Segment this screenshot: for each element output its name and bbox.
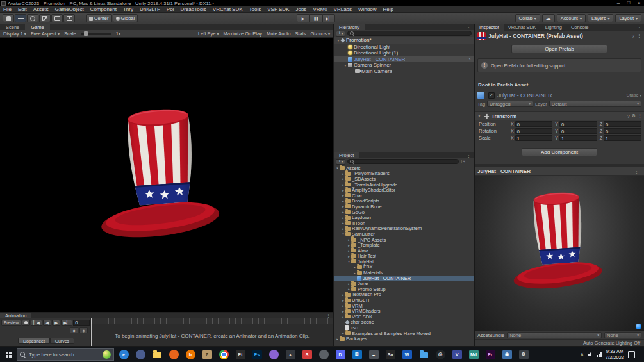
gizmos-dropdown[interactable]: Gizmos — [311, 31, 330, 37]
word-icon[interactable]: W — [399, 347, 415, 361]
foldout-icon[interactable]: ▸ — [352, 265, 357, 269]
rotate-tool-button[interactable] — [27, 14, 38, 22]
obs-icon[interactable]: ◎ — [433, 347, 448, 361]
menu-vrlabs[interactable]: VRLabs — [331, 6, 355, 12]
foldout-icon[interactable]: ▸ — [341, 199, 345, 203]
taskbar-search[interactable] — [17, 348, 114, 361]
account-dropdown[interactable]: Account — [557, 14, 586, 22]
substance-sampler-icon[interactable]: Sa — [383, 347, 398, 361]
menu-unigltf[interactable]: UniGLTF — [136, 6, 163, 12]
add-component-button[interactable]: Add Component — [522, 148, 597, 156]
project-item[interactable]: ▸DynamicBone — [334, 204, 474, 210]
display-dropdown[interactable]: Display 1 — [3, 31, 26, 37]
project-item[interactable]: ▸Examples and Samples Have Moved — [334, 331, 474, 336]
action-center-icon[interactable] — [628, 351, 635, 358]
project-item[interactable]: ▸_Template — [334, 242, 474, 248]
game-viewport[interactable] — [0, 38, 333, 312]
project-item[interactable]: ▸DreadScripts — [334, 199, 474, 204]
ms-store-icon[interactable]: ⊞ — [349, 347, 365, 361]
curves-button[interactable]: Curves — [50, 338, 74, 344]
menu-jobs[interactable]: Jobs — [292, 6, 310, 12]
record-button[interactable] — [22, 320, 30, 326]
project-item[interactable]: ▾Assets — [334, 165, 474, 171]
project-item[interactable]: ▾JulyHat — [334, 259, 474, 265]
premiere-icon[interactable]: Pr — [483, 347, 498, 361]
foldout-icon[interactable]: ▸ — [341, 172, 345, 176]
foldout-icon[interactable]: ▸ — [347, 287, 351, 291]
project-item[interactable]: ▸June — [334, 281, 474, 286]
foldout-icon[interactable]: ▸ — [341, 299, 345, 302]
create-object-button[interactable]: + — [336, 31, 345, 37]
project-item[interactable]: csc — [334, 325, 474, 331]
foldout-icon[interactable]: ▸ — [347, 282, 351, 286]
edge-icon[interactable]: e — [116, 347, 131, 361]
foldout-icon[interactable]: ▸ — [341, 315, 345, 318]
foldout-icon[interactable]: ▾ — [341, 232, 345, 236]
assetbundle-variant-dropdown[interactable]: None — [604, 332, 641, 338]
project-item[interactable]: ▸_SDAssets — [334, 176, 474, 182]
layout-dropdown[interactable]: Layout — [615, 14, 641, 22]
menu-dreadtools[interactable]: DreadTools — [177, 6, 209, 12]
rotation-y-field[interactable]: 0 — [559, 128, 597, 134]
start-button[interactable] — [0, 347, 17, 362]
scale-z-field[interactable]: 1 — [604, 135, 641, 141]
foldout-icon[interactable]: ▸ — [341, 309, 345, 313]
foldout-icon[interactable]: ▸ — [341, 304, 345, 308]
firefox-icon[interactable] — [166, 347, 181, 361]
project-item[interactable]: ▸Alma — [334, 248, 474, 254]
people-app-icon[interactable] — [133, 347, 148, 361]
discord-icon[interactable]: D — [333, 347, 348, 361]
marvelous-designer-icon[interactable]: Md — [466, 347, 481, 361]
hierarchy-item[interactable]: JulyHat - CONTAINER› — [334, 56, 474, 63]
foldout-icon[interactable]: ▸ — [347, 243, 351, 247]
panel-menu-icon[interactable]: ⋮ — [466, 152, 474, 158]
transform-tool-button[interactable] — [63, 14, 75, 22]
tab-game[interactable]: Game — [25, 24, 49, 30]
project-item[interactable]: ▾SamDutter — [334, 231, 474, 237]
static-dropdown[interactable]: Static — [626, 92, 641, 98]
tab-vrchat-sdk[interactable]: VRChat SDK — [504, 24, 541, 31]
hierarchy-item[interactable]: Directional Light (1) — [334, 50, 474, 56]
hand-tool-button[interactable] — [3, 14, 14, 22]
scale-slider-knob[interactable] — [84, 31, 88, 36]
rotation-x-field[interactable]: 0 — [515, 128, 553, 134]
chrome-icon[interactable] — [216, 347, 231, 361]
foldout-icon[interactable]: ▸ — [347, 249, 351, 252]
foldout-icon[interactable]: ▸ — [341, 193, 345, 197]
rotation-z-field[interactable]: 0 — [604, 128, 641, 134]
tab-console[interactable]: Console — [566, 24, 593, 31]
project-item[interactable]: ▸lilToon — [334, 220, 474, 226]
menu-window[interactable]: Window — [355, 6, 379, 12]
timeline-ruler[interactable] — [91, 318, 333, 324]
menu-assets[interactable]: Assets — [30, 6, 52, 12]
blender-icon[interactable]: b — [183, 347, 198, 361]
project-item[interactable]: ▸AmplifyShaderEditor — [334, 187, 474, 193]
tab-inspector[interactable]: Inspector — [475, 24, 504, 31]
substance-painter-icon[interactable]: Pt — [233, 347, 248, 361]
zbrush-icon[interactable]: Z — [199, 347, 215, 361]
project-searchbox[interactable] — [347, 159, 459, 164]
transform-component-header[interactable]: ▾ Transform ? ⚙ ⋮ — [475, 111, 644, 120]
foldout-icon[interactable]: ▾ — [347, 259, 351, 263]
foldout-icon[interactable]: ▾ — [335, 166, 340, 170]
menu-vrm0[interactable]: VRM0 — [310, 6, 330, 12]
project-item[interactable]: ▸UniGLTF — [334, 297, 474, 303]
project-item[interactable]: JulyHat - CONTAINER — [334, 276, 474, 281]
dopesheet-button[interactable]: Dopesheet — [18, 338, 50, 344]
left-eye-dropdown[interactable]: Left Eye — [198, 31, 219, 37]
foldout-icon[interactable]: ▸ — [341, 227, 345, 231]
frame-field[interactable] — [73, 320, 90, 326]
hierarchy-item[interactable]: ▾Camera Spinner — [334, 62, 474, 69]
project-item[interactable]: ▸Hair Test — [334, 254, 474, 259]
menu-vsf-sdk[interactable]: VSF SDK — [264, 6, 292, 12]
hidden-packages-icon[interactable]: ◳ — [461, 159, 465, 164]
open-prefab-button[interactable]: Open Prefab — [511, 45, 607, 53]
hierarchy-search-input[interactable] — [355, 31, 469, 36]
tray-expand-icon[interactable]: ∧ — [581, 352, 584, 357]
foldout-icon[interactable]: ▸ — [341, 204, 345, 208]
project-item[interactable]: ▸FBX — [334, 265, 474, 270]
foldout-icon[interactable]: ▸ — [335, 337, 340, 341]
foldout-icon[interactable]: ▾ — [477, 114, 482, 118]
panel-menu-icon[interactable]: ⋮ — [326, 313, 333, 318]
help-icon[interactable]: ? — [627, 114, 630, 119]
